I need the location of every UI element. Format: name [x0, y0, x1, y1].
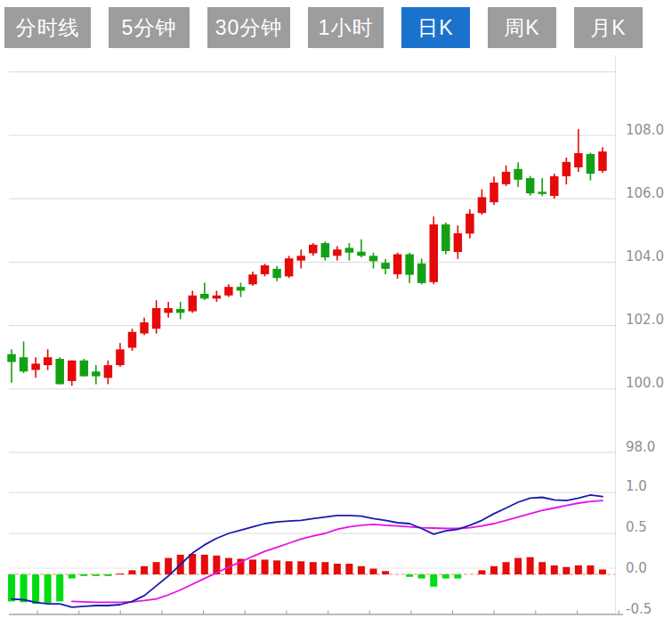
macd-bar-up [310, 562, 317, 574]
candle-body [309, 245, 318, 254]
candle-body [514, 169, 522, 180]
candle-body [68, 361, 77, 381]
macd-axis-label: 0.5 [626, 519, 647, 535]
candle-body [417, 264, 426, 283]
kline-chart-app: 分时线5分钟30分钟1小时日K周K月K 108.0106.0104.0102.0… [0, 0, 672, 618]
candle-body [140, 322, 149, 333]
macd-panel-gridlines: 1.00.50.0-0.5 [9, 478, 652, 617]
candle-body [405, 255, 414, 275]
price-axis-label: 98.0 [626, 439, 655, 455]
macd-bar-up [153, 562, 160, 574]
macd-bar-up [141, 566, 148, 574]
macd-bar-up [334, 564, 341, 574]
macd-bar-up [514, 558, 522, 574]
macd-bar-up [297, 561, 304, 574]
candle-body [31, 363, 40, 370]
candle-body [92, 371, 101, 376]
candle-body [55, 359, 63, 384]
macd-bar-down [104, 574, 111, 576]
macd-bar-down [418, 574, 425, 579]
candle-body [502, 172, 511, 184]
candle-body [272, 269, 281, 278]
macd-bar-up [382, 571, 389, 574]
macd-bar-down [442, 574, 449, 579]
candle-body [454, 233, 462, 252]
period-button-2[interactable]: 30分钟 [207, 7, 290, 48]
macd-histogram [8, 554, 606, 604]
candle-body [381, 263, 390, 269]
period-toolbar: 分时线5分钟30分钟1小时日K周K月K [4, 7, 643, 48]
candle-body [550, 176, 559, 196]
candle-body [587, 154, 595, 174]
macd-bar-down [32, 574, 39, 604]
macd-bar-up [358, 566, 365, 574]
macd-bar-up [273, 560, 280, 574]
candles-group [7, 129, 606, 386]
macd-bar-up [321, 562, 328, 574]
candle-body [466, 214, 474, 233]
period-button-5[interactable]: 周K [488, 7, 556, 48]
macd-axis-label: 0.0 [626, 560, 647, 576]
macd-bar-up [165, 558, 172, 574]
price-axis-label: 102.0 [626, 312, 664, 328]
candle-body [248, 274, 257, 284]
macd-bar-down [56, 574, 63, 601]
macd-bar-down [80, 574, 87, 576]
macd-bar-up [262, 559, 269, 574]
candle-body [574, 153, 583, 167]
candle-body [7, 354, 16, 362]
macd-bar-up [551, 565, 558, 574]
price-axis-label: 106.0 [626, 185, 664, 201]
period-button-0[interactable]: 分时线 [4, 7, 91, 48]
macd-bar-down [93, 574, 100, 576]
candle-body [478, 197, 487, 213]
candle-body [128, 332, 137, 348]
dif-line [12, 495, 603, 607]
period-button-3[interactable]: 1小时 [308, 7, 384, 48]
candle-body [285, 258, 294, 276]
candle-body [490, 183, 498, 202]
price-panel-gridlines: 108.0106.0104.0102.0100.098.0 [9, 72, 664, 455]
candle-body [393, 255, 402, 274]
candle-body [333, 249, 342, 256]
macd-bar-up [587, 565, 594, 574]
macd-bar-up [575, 565, 582, 574]
macd-bar-down [454, 574, 461, 579]
macd-bar-up [117, 573, 124, 574]
candle-body [441, 224, 450, 251]
period-button-1[interactable]: 5分钟 [109, 7, 190, 48]
macd-bar-up [286, 561, 293, 574]
period-button-6[interactable]: 月K [574, 7, 643, 48]
macd-bar-down [8, 574, 15, 601]
macd-axis-label: -0.5 [626, 601, 652, 617]
macd-bar-up [503, 562, 510, 574]
price-axis-label: 104.0 [626, 248, 664, 264]
candle-body [20, 357, 28, 371]
macd-bar-down [45, 574, 52, 603]
candle-body [261, 265, 270, 274]
macd-bar-up [345, 564, 352, 574]
candle-body [200, 294, 209, 298]
macd-bar-down [406, 574, 413, 577]
macd-bar-up [201, 555, 208, 574]
macd-bar-up [490, 566, 498, 574]
macd-bar-up [478, 570, 485, 574]
candle-body [224, 287, 233, 296]
macd-bar-down [430, 574, 437, 587]
macd-bar-up [527, 557, 534, 574]
candle-body [296, 256, 305, 260]
macd-bar-up [189, 554, 196, 574]
macd-bar-up [599, 569, 606, 574]
macd-bar-up [538, 562, 546, 574]
macd-bar-up [563, 567, 570, 574]
candle-body [213, 296, 222, 299]
candle-body [152, 308, 161, 329]
candle-body [164, 308, 173, 313]
period-button-4[interactable]: 日K [401, 7, 470, 48]
candle-body [176, 309, 185, 313]
candle-body [321, 243, 330, 257]
candle-body [116, 349, 125, 365]
candle-body [237, 287, 246, 290]
candle-body [430, 224, 439, 282]
price-axis-label: 108.0 [626, 122, 664, 138]
